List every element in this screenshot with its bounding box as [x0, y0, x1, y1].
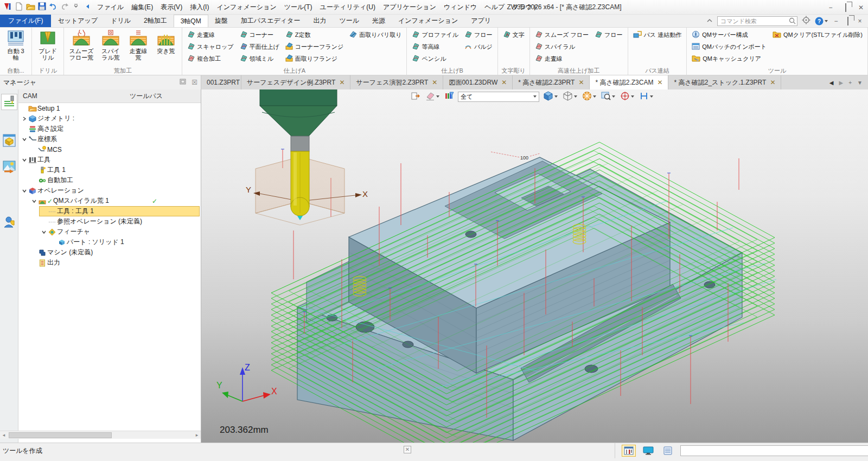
スムーズ フロー-button[interactable]: スムーズ フロー	[533, 29, 591, 41]
chevron-down-icon[interactable]	[30, 199, 37, 204]
doc-tab-* 高さ確認2_ストック.1.Z3PRT[interactable]: * 高さ確認2_ストック.1.Z3PRT✕	[668, 75, 781, 89]
ribbon-tab-セットアップ[interactable]: セットアップ	[51, 15, 104, 27]
tree-item-高さ設定[interactable]: 高さ設定	[18, 124, 201, 134]
Z定数-button[interactable]: Z定数	[283, 29, 346, 41]
dropdown-caret-icon[interactable]	[631, 95, 634, 98]
ribbon-tab-旋盤[interactable]: 旋盤	[208, 15, 234, 27]
chevron-right-icon[interactable]	[21, 116, 28, 121]
tree-item-Setup 1[interactable]: Setup 1	[18, 103, 201, 113]
dropdown-caret-icon[interactable]	[650, 95, 653, 98]
ribbon-tab-3軸QM[interactable]: 3軸QM	[174, 15, 208, 27]
constraint-button[interactable]	[638, 91, 654, 103]
走査線荒-button[interactable]: 走査線荒	[125, 29, 151, 61]
filter-button[interactable]	[443, 91, 455, 103]
スパイラル荒-button[interactable]: スパイラル荒	[98, 29, 124, 61]
file-menu-button[interactable]: ファイル(F)	[0, 15, 51, 27]
monitor-icon[interactable]	[641, 445, 655, 457]
doc-minimize-button[interactable]: −	[832, 17, 840, 25]
tab-next-icon[interactable]: ▶	[839, 80, 844, 86]
ribbon-tab-出力[interactable]: 出力	[307, 15, 333, 27]
tab-add-icon[interactable]: +	[848, 80, 852, 86]
tree-item-パート : ソリッド 1[interactable]: パート : ソリッド 1	[18, 237, 201, 247]
パス 連結動作-button[interactable]: パス 連結動作	[631, 29, 684, 41]
tab-close-icon[interactable]: ✕	[432, 79, 437, 86]
doc-tab-図面001.Z3DRW[interactable]: 図面001.Z3DRW✕	[443, 75, 513, 89]
manager-float-icon[interactable]	[180, 79, 186, 86]
自動 3軸-button[interactable]: 自動 3軸	[3, 29, 29, 61]
tree-item-MCS[interactable]: MCS	[18, 144, 201, 155]
zw3d-logo-button[interactable]	[2, 2, 13, 12]
eraser-button[interactable]	[424, 91, 441, 103]
chevron-down-icon[interactable]	[21, 188, 28, 194]
複合加工-button[interactable]: 複合加工	[185, 53, 236, 65]
tab-close-icon[interactable]: ✕	[501, 79, 507, 86]
tab-close-icon[interactable]: ✕	[339, 79, 344, 86]
shaded-cube-button[interactable]	[542, 91, 559, 103]
ribbon-tab-光源[interactable]: 光源	[366, 15, 392, 27]
doc-restore-button[interactable]	[844, 17, 852, 25]
tree-item-ジオメトリ :[interactable]: ジオメトリ :	[18, 113, 201, 124]
dropdown-caret-icon[interactable]	[612, 95, 615, 98]
chevron-down-icon[interactable]	[40, 229, 47, 235]
ribbon-tab-加工パスエディター[interactable]: 加工パスエディター	[234, 15, 307, 27]
side-tab-role-manager[interactable]	[1, 214, 17, 230]
scroll-right-icon[interactable]: ▸	[193, 432, 201, 438]
tab-close-icon[interactable]: ✕	[578, 79, 584, 86]
side-tab-visualize-manager[interactable]	[1, 159, 17, 175]
QMサーバー構成-button[interactable]: QMサーバー構成	[690, 29, 769, 41]
コーナー-button[interactable]: コーナー	[238, 29, 282, 41]
window-minimize-button[interactable]: −	[827, 4, 834, 11]
chevron-down-icon[interactable]	[21, 157, 28, 163]
QMバッチのインポート-button[interactable]: QMバッチのインポート	[690, 41, 769, 53]
help-button[interactable]: ?	[815, 17, 828, 25]
平面仕上げ-button[interactable]: 平面仕上げ	[238, 41, 282, 53]
doc-tab-サーフェスデザイン例.Z3PRT[interactable]: サーフェスデザイン例.Z3PRT✕	[241, 75, 350, 89]
面取りフランジ-button[interactable]: 面取りフランジ	[283, 53, 346, 65]
viewport-3d[interactable]: 100 X Y	[201, 89, 868, 443]
tab-list-icon[interactable]: ▼	[857, 80, 863, 86]
tree-item-座標系[interactable]: 座標系	[18, 134, 201, 144]
tree-item-フィーチャ[interactable]: フィーチャ	[18, 227, 201, 237]
フロー-button[interactable]: フロー	[592, 29, 625, 41]
display-filter-select[interactable]: 全て	[458, 92, 539, 102]
doc-tab-* 高さ確認2.Z3CAM[interactable]: * 高さ確認2.Z3CAM✕	[590, 75, 668, 89]
menu-8[interactable]: アプリケーション	[379, 0, 440, 14]
フロー-button[interactable]: フロー	[462, 29, 495, 41]
面取りバリ取り-button[interactable]: 面取りバリ取り	[347, 29, 404, 41]
tree-item-オペレーション[interactable]: オペレーション	[18, 185, 201, 196]
ペンシル-button[interactable]: ペンシル	[410, 53, 461, 65]
dropdown-caret-icon[interactable]	[554, 95, 558, 98]
突き荒-button[interactable]: 突き荒	[153, 29, 179, 54]
settings-gear-icon[interactable]	[802, 16, 810, 26]
プレドリル-button[interactable]: プレドリル	[35, 29, 61, 61]
chevron-down-icon[interactable]	[21, 137, 28, 142]
文字-button[interactable]: A文字	[501, 29, 527, 41]
tree-item-出力[interactable]: 出力	[18, 258, 201, 268]
wireframe-cube-button[interactable]	[561, 91, 578, 103]
zoom-window-button[interactable]	[600, 91, 616, 103]
doc-close-button[interactable]: ×	[856, 17, 864, 25]
tree-item-工具 : 工具 1[interactable]: 工具 : 工具 1	[18, 206, 201, 216]
QMクリア(STLファイル削除)-button[interactable]: QMクリア(STLファイル削除)	[770, 29, 865, 41]
side-tab-solid-manager[interactable]	[1, 133, 17, 149]
tree-item-マシン (未定義)[interactable]: マシン (未定義)	[18, 247, 201, 258]
manager-close-icon[interactable]: ☒	[192, 79, 197, 86]
open-file-button[interactable]	[25, 2, 36, 12]
等高線-button[interactable]: 等高線	[410, 41, 461, 53]
ribbon-tab-ツール[interactable]: ツール	[333, 15, 366, 27]
tool-settings-icon[interactable]	[622, 445, 636, 457]
スキャロップ-button[interactable]: スキャロップ	[185, 41, 236, 53]
走査線-button[interactable]: 走査線	[533, 53, 591, 65]
走査線-button[interactable]: 走査線	[185, 29, 236, 41]
プロファイル-button[interactable]: プロファイル	[410, 29, 461, 41]
redo-button[interactable]	[59, 2, 70, 12]
tree-item-工具 1[interactable]: 工具 1	[18, 165, 201, 175]
ribbon-tab-アプリ[interactable]: アプリ	[464, 15, 497, 27]
tree-item-参照オペレーション (未定義)[interactable]: 参照オペレーション (未定義)	[18, 216, 201, 227]
doc-tab-001.Z3PRT[interactable]: 001.Z3PRT✕	[201, 75, 241, 89]
status-input-field[interactable]	[680, 445, 868, 456]
menu-3[interactable]: 表示(V)	[157, 0, 186, 14]
tab-close-icon[interactable]: ✕	[770, 79, 775, 86]
menu-9[interactable]: ウィンドウ	[440, 0, 481, 14]
ribbon-tab-2軸加工[interactable]: 2軸加工	[137, 15, 174, 27]
